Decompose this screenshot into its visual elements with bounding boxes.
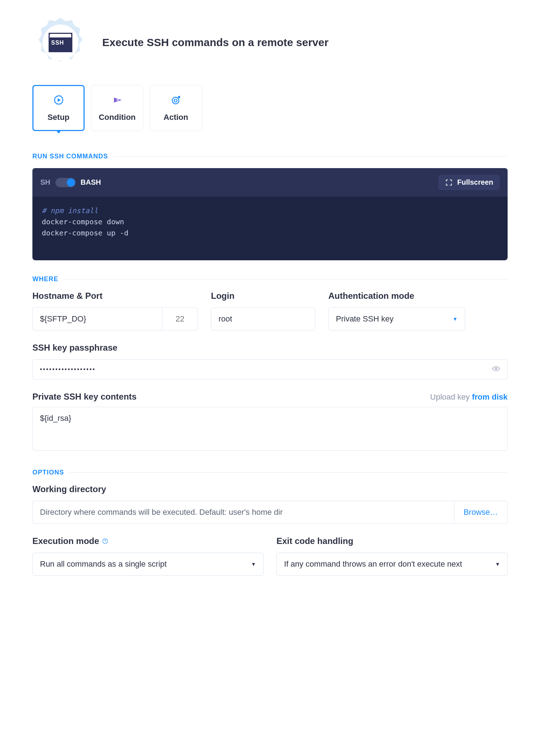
condition-icon: IF — [111, 94, 123, 106]
execution-mode-label-text: Execution mode — [32, 536, 99, 546]
page-header: SSH Execute SSH commands on a remote ser… — [32, 14, 508, 71]
divider — [69, 472, 508, 473]
chevron-down-icon: ▼ — [495, 561, 500, 567]
gear-play-icon — [53, 94, 65, 106]
code-line-3: docker-compose up -d — [42, 229, 129, 237]
port-input[interactable] — [162, 307, 198, 330]
ssh-tile-label: SSH — [51, 40, 64, 46]
sh-label: SH — [40, 178, 50, 186]
code-toolbar: SH BASH Fullscreen — [32, 168, 508, 197]
ssh-tile-icon: SSH — [48, 32, 73, 53]
code-line-2: docker-compose down — [42, 217, 124, 226]
upload-from-disk-link[interactable]: from disk — [472, 392, 508, 401]
divider — [113, 156, 508, 157]
upload-key-hint: Upload key from disk — [430, 392, 508, 402]
ssh-key-textarea[interactable] — [32, 407, 508, 451]
passphrase-input[interactable] — [32, 359, 508, 379]
auth-mode-value: Private SSH key — [336, 314, 393, 324]
passphrase-label: SSH key passphrase — [32, 343, 508, 353]
svg-text:IF: IF — [116, 98, 120, 102]
auth-mode-select[interactable]: Private SSH key ▼ — [328, 307, 465, 330]
shell-toggle-group: SH BASH — [40, 178, 101, 187]
app-badge: SSH — [32, 14, 89, 71]
code-panel: SH BASH Fullscreen # npm install docker-… — [32, 168, 508, 260]
eye-icon[interactable] — [492, 364, 500, 374]
tab-setup-label: Setup — [48, 113, 69, 122]
chevron-down-icon: ▼ — [251, 561, 256, 567]
tab-condition-label: Condition — [99, 113, 136, 122]
browse-button[interactable]: Browse… — [454, 501, 508, 524]
login-input[interactable] — [211, 307, 315, 330]
section-run-commands: RUN SSH COMMANDS — [32, 153, 508, 160]
fullscreen-icon — [445, 179, 453, 186]
page-title: Execute SSH commands on a remote server — [102, 36, 329, 49]
shell-toggle[interactable] — [55, 178, 76, 187]
help-icon[interactable] — [102, 538, 108, 544]
execution-mode-select[interactable]: Run all commands as a single script ▼ — [32, 553, 264, 576]
code-line-1: # npm install — [42, 206, 98, 215]
section-label-text: OPTIONS — [32, 469, 64, 476]
svg-point-4 — [495, 368, 497, 370]
tab-bar: Setup IF Condition Action — [32, 85, 508, 131]
execution-mode-label: Execution mode — [32, 536, 264, 546]
tab-setup[interactable]: Setup — [32, 85, 85, 131]
upload-key-text: Upload key — [430, 392, 470, 401]
section-where: WHERE — [32, 275, 508, 283]
bash-label: BASH — [81, 178, 101, 186]
hostname-port-group — [32, 307, 198, 330]
exit-code-select[interactable]: If any command throws an error don't exe… — [276, 553, 508, 576]
section-label-text: RUN SSH COMMANDS — [32, 153, 108, 160]
tab-action-label: Action — [163, 113, 188, 122]
ssh-key-label: Private SSH key contents — [32, 392, 136, 402]
svg-point-3 — [174, 99, 177, 102]
auth-mode-label: Authentication mode — [328, 291, 465, 301]
section-label-text: WHERE — [32, 275, 58, 283]
fullscreen-label: Fullscreen — [457, 178, 493, 186]
divider — [63, 279, 508, 279]
section-options: OPTIONS — [32, 469, 508, 476]
exit-code-label: Exit code handling — [276, 536, 508, 546]
tab-condition[interactable]: IF Condition — [91, 85, 143, 131]
exit-code-value: If any command throws an error don't exe… — [284, 559, 462, 569]
target-icon — [170, 94, 182, 106]
working-dir-input[interactable] — [32, 501, 454, 524]
code-editor[interactable]: # npm install docker-compose down docker… — [32, 197, 508, 260]
tab-action[interactable]: Action — [150, 85, 202, 131]
execution-mode-value: Run all commands as a single script — [40, 559, 167, 569]
working-dir-label: Working directory — [32, 484, 508, 494]
hostname-input[interactable] — [32, 307, 162, 330]
fullscreen-button[interactable]: Fullscreen — [438, 175, 500, 190]
chevron-down-icon: ▼ — [453, 316, 458, 322]
login-label: Login — [211, 291, 315, 301]
hostname-label: Hostname & Port — [32, 291, 198, 301]
